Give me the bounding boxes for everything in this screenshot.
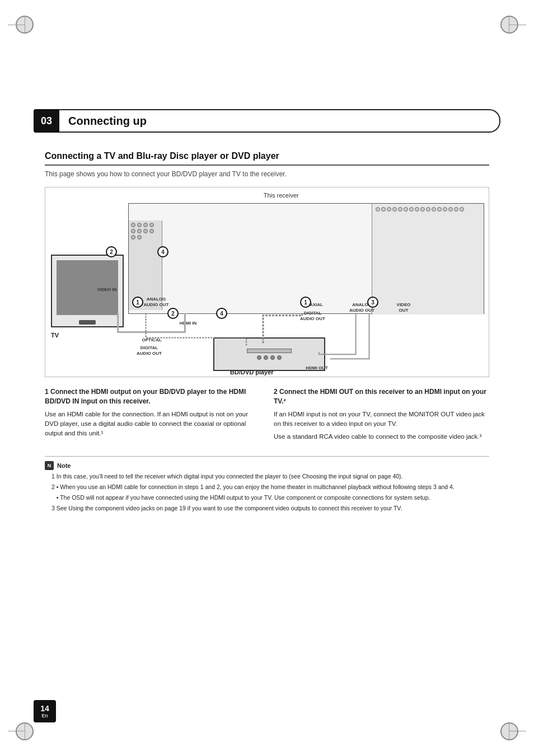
label-hdmi-out: HDMI OUT <box>303 365 331 371</box>
label-video-out: VIDEO OUT <box>392 302 415 313</box>
reg-h-br <box>509 731 526 731</box>
tv-stand <box>52 317 123 326</box>
inst2-heading: 2 Connect the HDMI OUT on this receiver … <box>274 387 489 406</box>
chapter-number: 03 <box>34 109 59 133</box>
step-circle-2a: 2 <box>106 246 117 257</box>
label-optical: OPTICAL <box>140 337 163 343</box>
bddvd-btn-2 <box>264 355 268 360</box>
note-icon: N <box>45 461 54 470</box>
reg-v-bl <box>25 723 25 740</box>
reg-h-tl <box>8 25 25 25</box>
bddvd-btn-1 <box>257 355 261 360</box>
step-circle-1a: 1 <box>132 297 143 308</box>
note-item-1: 1 In this case, you’ll need to tell the … <box>45 472 489 481</box>
bddvd-btn-3 <box>270 355 275 360</box>
note-label: Note <box>57 462 71 469</box>
bddvd-buttons <box>257 355 282 360</box>
reg-v-tr <box>509 16 509 33</box>
instruction-col-1: 1 Connect the HDMI output on your BD/DVD… <box>45 387 260 445</box>
tv-stand-bar <box>79 320 96 325</box>
corner-deco-br <box>500 722 518 740</box>
section-subtitle: This page shows you how to connect your … <box>45 170 489 178</box>
inst2-body: If an HDMI input is not on your TV, conn… <box>274 410 489 442</box>
inst1-para-1: Use an HDMI cable for the connection. If… <box>45 410 260 439</box>
notes-section: N Note 1 In this case, you’ll need to te… <box>45 456 489 513</box>
page-number: 14 En <box>34 700 56 722</box>
label-analog-audio-out: ANALOG AUDIO OUT <box>139 297 173 307</box>
tv-label: TV <box>51 332 59 339</box>
step-circle-3: 3 <box>367 297 378 308</box>
instructions-section: 1 Connect the HDMI output on your BD/DVD… <box>45 387 489 445</box>
chapter-title-box: Connecting up <box>59 109 500 133</box>
page-language: En <box>41 713 48 719</box>
label-digital-audio-out: DIGITAL AUDIO OUT <box>297 311 328 321</box>
section-title: Connecting a TV and Blu-ray Disc player … <box>45 151 489 166</box>
connection-diagram: This receiver <box>45 187 489 377</box>
reg-v-tl <box>25 16 25 33</box>
note-item-2: 2 • When you use an HDMI cable for conne… <box>45 483 489 492</box>
inst1-body: Use an HDMI cable for the connection. If… <box>45 410 260 439</box>
main-content: Connecting a TV and Blu-ray Disc player … <box>45 151 489 535</box>
chapter-title: Connecting up <box>68 115 147 128</box>
step-circle-4a: 4 <box>157 246 168 257</box>
label-video-in: VIDEO IN <box>96 287 118 293</box>
chapter-header: 03 Connecting up <box>34 109 500 133</box>
inst1-heading: 1 Connect the HDMI output on your BD/DVD… <box>45 387 260 406</box>
label-digital-audio-out-tv: DIGITAL AUDIO OUT <box>134 345 165 356</box>
note-item-3: 3 See Using the component video jacks on… <box>45 504 489 513</box>
bddvd-label: BD/DVD player <box>230 369 274 375</box>
inst2-para-1: If an HDMI input is not on your TV, conn… <box>274 410 489 429</box>
receiver-label: This receiver <box>264 192 299 199</box>
step-circle-1b: 1 <box>300 297 311 308</box>
reg-v-br <box>509 723 509 740</box>
bddvd-slot <box>247 349 292 353</box>
reg-h-tr <box>509 25 526 25</box>
step-circle-4b: 4 <box>216 308 227 319</box>
reg-h-bl <box>8 731 25 731</box>
label-hdmi-in: HDMI IN <box>174 321 202 326</box>
bddvd-btn-4 <box>277 355 282 360</box>
inst2-para-2: Use a standard RCA video cable to connec… <box>274 432 489 442</box>
note-item-2b: • The OSD will not appear if you have co… <box>45 494 489 503</box>
step-circle-2b: 2 <box>167 308 179 319</box>
instruction-col-2: 2 Connect the HDMI OUT on this receiver … <box>274 387 489 445</box>
note-header: N Note <box>45 461 489 470</box>
